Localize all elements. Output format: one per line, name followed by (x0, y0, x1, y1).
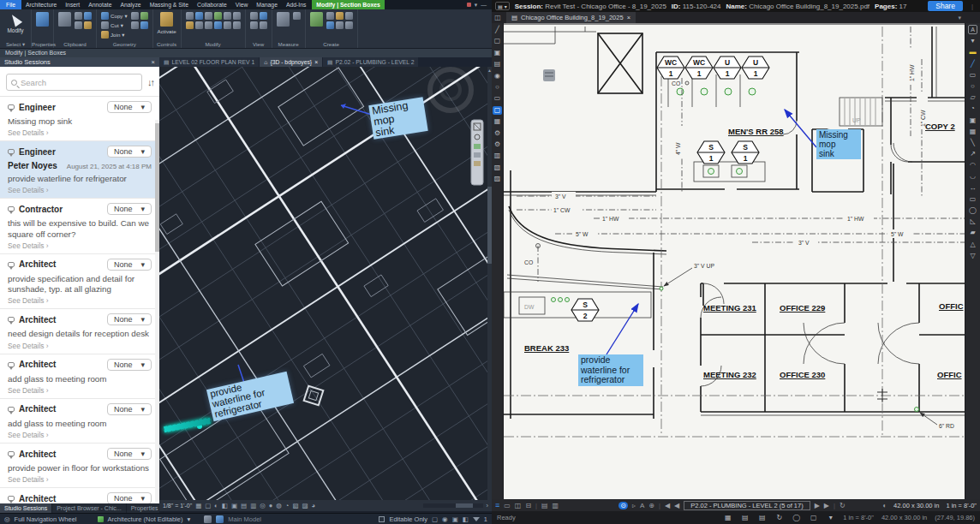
file-access-icon[interactable]: ▨ (493, 175, 502, 183)
clipboard-icon-3[interactable] (75, 21, 82, 29)
constraints-icon[interactable]: ▧ (292, 502, 298, 509)
tab-manage[interactable]: Manage (252, 0, 282, 9)
file-menu[interactable]: ▤▾ (495, 2, 510, 10)
modify-tool-icon[interactable] (214, 21, 222, 29)
save-icon[interactable]: ▣ (493, 49, 502, 57)
search-input[interactable]: Search (6, 74, 142, 91)
tools-caret-icon[interactable]: ▾ (968, 37, 977, 45)
select-text-icon[interactable]: A (640, 502, 644, 509)
session-card[interactable]: Architect None▾ remove content See Detai… (0, 488, 159, 503)
tab-overflow-icon[interactable]: ▾ (958, 12, 961, 23)
rectangle-tool-icon[interactable]: ▭ (968, 195, 977, 204)
callout-tool-icon[interactable]: ▱ (968, 93, 977, 102)
caret-icon[interactable]: ▾ (826, 514, 835, 522)
geometry-icon-3[interactable] (131, 21, 139, 29)
snap-markup-icon[interactable]: ▤ (740, 514, 750, 522)
first-page-icon[interactable]: ◀ (665, 502, 670, 509)
measure-icon[interactable] (277, 12, 290, 27)
share-button[interactable]: Share (928, 1, 963, 11)
visual-style-icon[interactable]: ▢ (205, 502, 211, 509)
pan-tool-icon[interactable]: ⊙ (618, 502, 628, 509)
next-page-icon[interactable]: ▶ (815, 502, 820, 509)
session-card[interactable]: Engineer None▾ Missing mop sink See Deta… (0, 97, 159, 141)
status-drop[interactable]: None▾ (107, 448, 152, 460)
overlay-icon[interactable]: ▥ (553, 502, 559, 509)
status-drop[interactable]: None▾ (107, 313, 152, 325)
status-drop[interactable]: None▾ (107, 259, 152, 271)
close-icon[interactable]: × (627, 14, 630, 21)
tab-annotate[interactable]: Annotate (84, 0, 116, 9)
view-tab-3d[interactable]: ⌂{3D - bdpnoyes}× (260, 57, 322, 67)
tab-add-ins[interactable]: Add-Ins (282, 0, 310, 9)
modify-tool-icon[interactable] (195, 21, 203, 29)
modify-tool-icon[interactable] (186, 12, 194, 20)
eraser-icon[interactable]: ▭ (968, 71, 977, 80)
modify-tool-icon[interactable] (205, 21, 212, 29)
measure-small-icon[interactable] (293, 12, 301, 20)
see-details-link[interactable]: See Details › (8, 296, 152, 305)
cut-button[interactable]: Cut▾ (101, 21, 128, 29)
modify-tool-icon[interactable] (224, 21, 231, 29)
modify-tool-icon[interactable] (233, 21, 241, 29)
media-icon[interactable]: ▦ (493, 117, 502, 126)
create-icon[interactable] (310, 12, 323, 27)
clipboard-icon-1[interactable] (75, 12, 82, 20)
close-icon[interactable]: × (314, 59, 318, 65)
single-page-icon[interactable]: ▭ (504, 502, 511, 509)
status-icon-3[interactable]: ▣ (452, 515, 458, 523)
modify-tool-icon[interactable] (214, 12, 222, 20)
ribbon-collapse-icon[interactable]: ▾ (475, 2, 477, 9)
session-card[interactable]: Architect None▾ provide specification an… (0, 254, 159, 309)
status-drop[interactable]: None▾ (107, 101, 152, 113)
panel-toggle-icon[interactable]: ◫ (492, 12, 504, 23)
status-drop[interactable]: None▾ (107, 492, 152, 503)
see-details-link[interactable]: See Details › (8, 342, 152, 350)
design-options[interactable]: Main Model (228, 515, 261, 523)
filter-icon[interactable] (473, 517, 480, 521)
markup-pen-icon[interactable]: ╱ (493, 26, 502, 34)
markup-missing-mop-sink[interactable]: Missing mop sink (816, 129, 861, 159)
create-tool-icon[interactable] (336, 12, 344, 20)
ellipse-tool-icon[interactable]: ○ (968, 82, 977, 91)
session-card[interactable]: Architect None▾ provide power in floor f… (0, 444, 159, 488)
sun-path-icon[interactable]: ◐ (214, 502, 218, 509)
view-tool-icon[interactable] (260, 12, 267, 20)
modify-tool-icon[interactable] (186, 21, 194, 29)
compare-icon[interactable]: ▤ (541, 502, 548, 509)
view-tab-plumbing[interactable]: ▤P2.02 - PLUMBING - LEVEL 2 (323, 57, 418, 67)
layers-icon[interactable]: ▥ (493, 152, 502, 160)
session-card-selected[interactable]: Engineer None▾ Peter Noyes August 21, 20… (0, 141, 159, 199)
status-icon-4[interactable]: ◧ (463, 515, 469, 523)
activate-button[interactable]: Activate (158, 28, 176, 34)
grid-snap-icon[interactable]: ▦ (723, 514, 732, 522)
circle-tool-icon[interactable]: ◯ (968, 206, 977, 215)
layout-icon[interactable]: ▢ (809, 514, 818, 522)
status-drop[interactable]: None▾ (107, 359, 152, 371)
tab-studio-sessions[interactable]: Studio Sessions (0, 503, 52, 513)
see-details-link[interactable]: See Details › (8, 386, 152, 395)
clipboard-icon-4[interactable] (84, 21, 92, 29)
status-drop[interactable]: None▾ (107, 203, 152, 215)
polyline-tool-icon[interactable]: ▰ (968, 229, 977, 237)
crop-region-icon[interactable]: ▥ (250, 502, 256, 509)
record-icon[interactable] (467, 3, 471, 7)
measure-tool-icon[interactable]: ▽ (968, 252, 977, 260)
create-tool-icon[interactable] (326, 21, 334, 29)
session-card[interactable]: Architect None▾ add glass to meeting roo… (0, 354, 159, 399)
properties-gear-icon[interactable]: ⚙ (493, 140, 502, 149)
search-icon[interactable]: ○ (493, 83, 502, 92)
dimension-tool-icon[interactable]: ↔ (968, 184, 977, 193)
document-tab[interactable]: ▤ Chicago Office Building_8_19_2025 × (506, 12, 636, 23)
editable-only-checkbox[interactable] (379, 516, 385, 522)
create-tool-icon[interactable] (345, 12, 353, 20)
pdf-page-canvas[interactable]: UP (504, 23, 965, 499)
see-details-link[interactable]: See Details › (8, 431, 152, 439)
nav-wheel-icon[interactable]: ◎ (4, 515, 10, 523)
comments-icon[interactable]: ▢ (493, 106, 502, 115)
cloud-tool-icon[interactable]: △ (968, 241, 977, 249)
tab-view[interactable]: View (231, 0, 253, 9)
geometry-icon-4[interactable] (140, 21, 148, 29)
close-icon[interactable]: × (152, 57, 155, 67)
view-tool-icon[interactable] (260, 21, 267, 29)
temporary-hide-icon[interactable]: ◎ (260, 502, 266, 509)
